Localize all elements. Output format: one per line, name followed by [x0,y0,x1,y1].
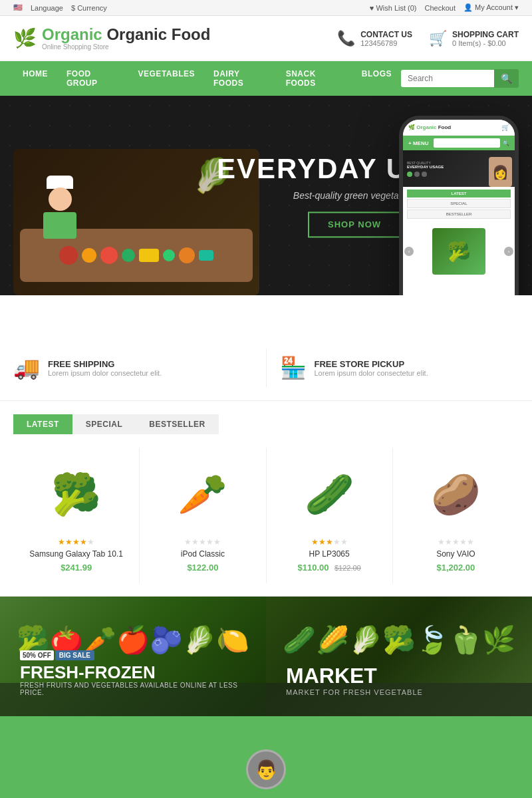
checkout-link[interactable]: Checkout [425,4,456,12]
product-price: $122.00 [187,563,218,573]
phone-menu-button[interactable]: + MENU [408,140,428,146]
tab-latest[interactable]: LATEST [13,414,72,434]
phone-screen: 🌿 Organic Food 🛒 + MENU 🔍 BEST QUALITY E… [403,120,515,295]
language-selector[interactable]: Language [31,4,63,12]
cart-button[interactable]: 🛒 SHOPPING CART 0 Item(s) - $0.00 [429,30,519,47]
brand-name: Organic Organic Food [42,26,210,43]
product-image: 🥒 [289,458,369,531]
shop-now-button[interactable]: SHOP NOW [308,211,401,237]
logo[interactable]: 🌿 Organic Organic Food Online Shopping S… [13,26,210,51]
phone-search [434,138,500,148]
cart-items: 0 Item(s) - $0.00 [452,39,519,47]
phone-header: 🌿 Organic Food 🛒 [403,120,515,136]
header: 🌿 Organic Organic Food Online Shopping S… [0,16,532,61]
feature-free-shipping: 🚚 FREE SHIPPING Lorem ipsum dolor consec… [13,348,253,387]
currency-selector[interactable]: $ Currency [71,4,107,12]
phone-product-area: ‹ 🥦 › [403,223,515,280]
promo-right-sub: MARKET FOR FRESH VEGETABLE [286,688,512,696]
features-bar: 🚚 FREE SHIPPING Lorem ipsum dolor consec… [0,335,532,401]
header-right: 📞 CONTACT US 123456789 🛒 SHOPPING CART 0… [337,30,519,47]
product-card: 🥦 ★★★★★ Samsung Galaxy Tab 10.1 $241.99 [13,448,139,583]
phone-tab-latest[interactable]: LATEST [407,190,511,198]
promo-right-content: MARKET MARKET FOR FRESH VEGETABLE [286,664,512,696]
nav-home[interactable]: HOME [13,61,57,86]
phone-mockup: 🌿 Organic Food 🛒 + MENU 🔍 BEST QUALITY E… [399,116,532,295]
pickup-desc: Lorem ipsum dolor consectetur elit. [315,369,428,377]
nav-snack-foods[interactable]: SNACK FOODS [277,61,352,96]
cart-label: SHOPPING CART [452,30,519,39]
product-stars: ★★★★★ [58,537,94,547]
product-stars: ★★★★★ [184,537,221,547]
phone-prev-arrow[interactable]: ‹ [404,247,414,256]
product-image: 🥔 [416,458,495,531]
pickup-text: FREE STORE PICKUP Lorem ipsum dolor cons… [315,359,428,377]
product-price: $110.00 [298,563,329,573]
phone-icon: 📞 [337,30,355,47]
product-image: 🥦 [37,458,116,531]
phone-frame: 🌿 Organic Food 🛒 + MENU 🔍 BEST QUALITY E… [399,116,519,295]
logo-icon: 🌿 [13,27,37,49]
promo-badge: 50% OFF BIG SALE [20,650,94,660]
search-button[interactable]: 🔍 [494,69,519,88]
product-price-wrapper: $1,202.00 [436,561,475,573]
wishlist-link[interactable]: ♥ Wish List (0) [370,4,417,12]
promo-left-banner[interactable]: 🥦🍅🥕🍎🫐🥬🍋 50% OFF BIG SALE FRESH-FROZEN FR… [0,597,266,716]
product-card: 🥔 ★★★★★ Sony VAIO $1,202.00 [393,448,519,583]
testimonial-avatar: 👨 [246,749,286,789]
phone-tab-bestseller[interactable]: BESTSELLER [407,209,511,219]
nav-links: HOME FOOD GROUP VEGETABLES DAIRY FOODS S… [13,61,401,96]
promo-section: 🥦🍅🥕🍎🫐🥬🍋 50% OFF BIG SALE FRESH-FROZEN FR… [0,597,532,716]
tab-special[interactable]: SPECIAL [72,414,136,434]
product-price-wrapper: $110.00 $122.00 [298,561,361,573]
search-form: 🔍 [401,69,519,88]
promo-title: FRESH-FROZEN [20,663,246,682]
nav-food-group[interactable]: FOOD GROUP [57,61,129,96]
phone-next-arrow[interactable]: › [504,247,513,256]
phone-product-image: 🥦 [432,228,485,275]
product-name: Sony VAIO [436,549,475,559]
shipping-icon: 🚚 [13,355,40,380]
tab-bestseller[interactable]: BESTSELLER [136,414,218,434]
search-input[interactable] [401,70,494,87]
myaccount-link[interactable]: 👤 My Account ▾ [464,3,519,12]
pickup-title: FREE STORE PICKUP [315,359,428,369]
product-image: 🥕 [163,458,243,531]
navbar: HOME FOOD GROUP VEGETABLES DAIRY FOODS S… [0,61,532,96]
phone-logo: 🌿 Organic Food [408,124,451,130]
testimonial-section: 👨 Deserunt molltia animi id est laborum … [0,716,532,798]
top-bar-right: ♥ Wish List (0) Checkout 👤 My Account ▾ [370,3,519,12]
shipping-text: FREE SHIPPING Lorem ipsum dolor consecte… [48,359,162,377]
product-price: $1,202.00 [436,563,475,573]
contact-number: 123456789 [360,39,412,47]
feature-store-pickup: 🏪 FREE STORE PICKUP Lorem ipsum dolor co… [280,348,519,387]
cart-details: SHOPPING CART 0 Item(s) - $0.00 [452,30,519,47]
contact-label: CONTACT US [360,30,412,39]
phone-menu-bar: + MENU 🔍 [403,136,515,150]
phone-banner-image: 👩 [489,157,512,187]
promo-desc: FRESH FRUITS AND VEGETABLES AVAILABLE ON… [20,682,246,696]
product-stars: ★★★★★ [311,537,348,547]
product-stars: ★★★★★ [438,537,474,547]
nav-dairy-foods[interactable]: DAIRY FOODS [204,61,277,96]
product-card: 🥒 ★★★★★ HP LP3065 $110.00 $122.00 [267,448,392,583]
product-price-wrapper: $122.00 [187,561,218,573]
promo-right-banner[interactable]: 🥒🌽🥬🥦🍃🫑🌿 MARKET MARKET FOR FRESH VEGETABL… [266,597,532,716]
hero-banner: 🥬 EVERYDAY USAGE Best-quality green vege… [0,96,532,295]
phone-banner: BEST QUALITY EVERYDAY USAGE 👩 [403,150,515,187]
nav-blogs[interactable]: BLOGS [352,61,401,86]
phone-tab-special[interactable]: SPECIAL [407,199,511,208]
product-name: Samsung Galaxy Tab 10.1 [29,549,123,559]
logo-text: Organic Organic Food Online Shopping Sto… [42,26,210,51]
nav-vegetables[interactable]: VEGETABLES [129,61,204,86]
products-grid: 🥦 ★★★★★ Samsung Galaxy Tab 10.1 $241.99 … [13,448,519,583]
logo-subtitle: Online Shopping Store [42,43,210,51]
pickup-icon: 🏪 [280,355,307,380]
shipping-desc: Lorem ipsum dolor consectetur elit. [48,369,162,377]
product-section: LATEST SPECIAL BESTSELLER 🥦 ★★★★★ Samsun… [0,401,532,597]
product-name: HP LP3065 [309,549,350,559]
flag-icon: 🇺🇸 [13,3,23,12]
product-price: $241.99 [61,563,92,573]
product-card: 🥕 ★★★★★ iPod Classic $122.00 [140,448,265,583]
feature-divider [266,348,267,387]
product-tabs: LATEST SPECIAL BESTSELLER [13,414,519,434]
